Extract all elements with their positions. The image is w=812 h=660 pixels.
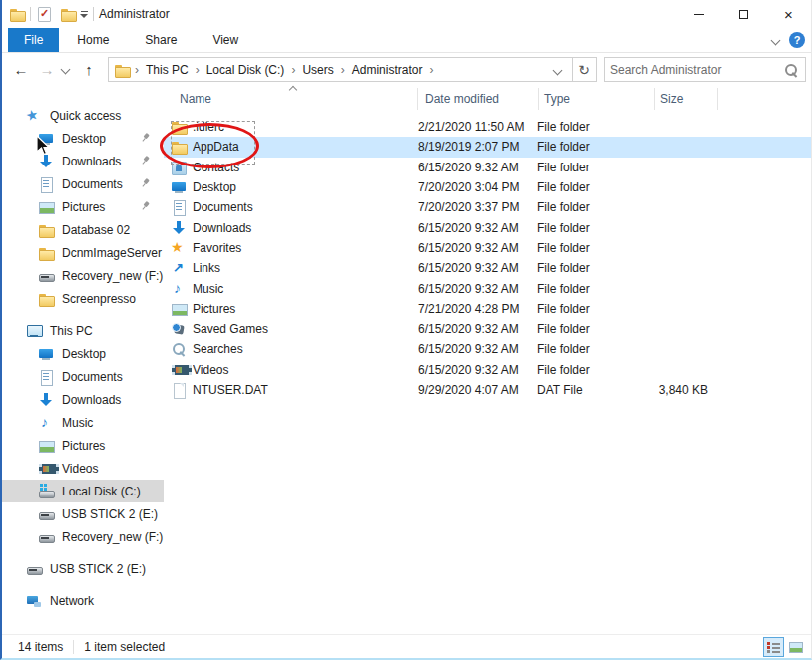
file-type: File folder	[537, 241, 650, 255]
sidebar-item-music[interactable]: Music	[2, 411, 164, 434]
column-header-type[interactable]: Type	[539, 88, 655, 110]
sidebar-item-documents[interactable]: Documents	[2, 172, 164, 195]
pictures-icon	[38, 438, 54, 454]
sidebar-item-local-disk-c[interactable]: Local Disk (C:)	[2, 480, 164, 502]
file-date-modified: 7/21/2020 4:28 PM	[418, 302, 537, 316]
file-name: Desktop	[193, 180, 418, 194]
file-rows: .idlerc 2/21/2020 11:50 AM File folder A…	[164, 117, 811, 400]
forward-button[interactable]: →	[36, 58, 58, 80]
sidebar-item-database-02[interactable]: Database 02	[2, 218, 164, 241]
file-name: Music	[193, 282, 418, 296]
tab-home[interactable]: Home	[59, 28, 127, 52]
file-name: Downloads	[193, 221, 418, 235]
sidebar-item-dcnmimageserver[interactable]: DcnmImageServer	[2, 241, 164, 264]
sidebar-item-pictures[interactable]: Pictures	[2, 195, 164, 218]
minimize-button[interactable]	[676, 0, 721, 28]
file-name: Links	[193, 261, 418, 275]
file-row-contacts[interactable]: Contacts 6/15/2020 9:32 AM File folder	[164, 158, 811, 177]
properties-icon[interactable]	[36, 6, 52, 22]
column-header-date-modified[interactable]: Date modified	[418, 88, 539, 110]
refresh-button[interactable]: ↻	[572, 57, 597, 82]
file-name: Pictures	[193, 302, 418, 316]
pin-icon	[138, 131, 152, 145]
sidebar-item-recovery-new-f[interactable]: Recovery_new (F:)	[2, 525, 164, 548]
file-type: File folder	[537, 180, 650, 194]
file-date-modified: 6/15/2020 9:32 AM	[418, 221, 537, 235]
sidebar-item-downloads[interactable]: Downloads	[2, 388, 164, 411]
titlebar: Administrator ×	[2, 0, 811, 28]
file-row-pictures[interactable]: Pictures 7/21/2020 4:28 PM File folder	[164, 299, 811, 319]
file-row-appdata[interactable]: AppData 8/19/2019 2:07 PM File folder	[164, 137, 811, 157]
up-button[interactable]: ↑	[78, 58, 100, 80]
sidebar-item-videos[interactable]: Videos	[2, 457, 164, 480]
sidebar-item-usb-stick-2-e[interactable]: USB STICK 2 (E:)	[2, 557, 164, 580]
sidebar-item-screenpresso[interactable]: Screenpresso	[2, 287, 164, 310]
sidebar-item-recovery-new-f[interactable]: Recovery_new (F:)	[2, 264, 164, 287]
file-date-modified: 6/15/2020 9:32 AM	[418, 161, 537, 174]
sidebar-item-usb-stick-2-e[interactable]: USB STICK 2 (E:)	[2, 502, 164, 525]
file-type: File folder	[537, 161, 650, 174]
file-row-ntuser-dat[interactable]: NTUSER.DAT 9/29/2020 4:07 AM DAT File 3,…	[164, 380, 811, 400]
breadcrumb-administrator[interactable]: Administrator	[350, 63, 425, 77]
recent-locations-icon[interactable]	[58, 58, 74, 80]
address-bar[interactable]: › This PC › Local Disk (C:) › Users › Ad…	[108, 57, 573, 82]
tab-view[interactable]: View	[195, 28, 256, 52]
file-date-modified: 6/15/2020 9:32 AM	[418, 261, 537, 275]
sidebar-item-network[interactable]: Network	[2, 589, 164, 612]
sidebar-item-quick-access[interactable]: Quick access	[2, 104, 164, 127]
tab-share[interactable]: Share	[127, 28, 195, 52]
customize-quick-access-toolbar-icon[interactable]	[80, 11, 88, 18]
file-row-music[interactable]: Music 6/15/2020 9:32 AM File folder	[164, 278, 811, 298]
folder-icon	[38, 245, 54, 261]
sidebar-item-desktop[interactable]: Desktop	[2, 127, 164, 150]
breadcrumb-local-disk[interactable]: Local Disk (C:)	[204, 63, 287, 77]
search-input[interactable]	[605, 63, 783, 77]
folder-icon	[171, 119, 187, 135]
maximize-button[interactable]	[721, 0, 766, 28]
expand-ribbon-icon[interactable]	[772, 36, 780, 44]
file-row-links[interactable]: Links 6/15/2020 9:32 AM File folder	[164, 258, 811, 278]
column-header-size[interactable]: Size	[655, 88, 718, 110]
breadcrumb-this-pc[interactable]: This PC	[144, 63, 191, 77]
file-row-desktop[interactable]: Desktop 7/20/2020 3:04 PM File folder	[164, 177, 811, 197]
back-button[interactable]: ←	[10, 58, 32, 80]
file-row-searches[interactable]: Searches 6/15/2020 9:32 AM File folder	[164, 339, 811, 359]
details-view-button[interactable]	[763, 637, 784, 657]
file-date-modified: 6/15/2020 9:32 AM	[418, 342, 537, 356]
close-button[interactable]: ×	[766, 0, 811, 28]
address-dropdown-icon[interactable]	[554, 66, 562, 74]
titlebar-divider	[93, 7, 94, 21]
file-row-documents[interactable]: Documents 7/20/2020 3:37 PM File folder	[164, 197, 811, 217]
pin-icon	[138, 154, 152, 167]
file-row-idlerc[interactable]: .idlerc 2/21/2020 11:50 AM File folder	[164, 117, 811, 137]
column-header-name[interactable]: Name	[164, 88, 418, 110]
sidebar-item-this-pc[interactable]: This PC	[2, 319, 164, 342]
file-row-videos[interactable]: Videos 6/15/2020 9:32 AM File folder	[164, 360, 811, 380]
ribbon-tabs: File Home Share View	[2, 28, 811, 53]
tab-file[interactable]: File	[8, 28, 59, 52]
documents-icon	[171, 199, 187, 215]
breadcrumb-users[interactable]: Users	[300, 63, 335, 77]
documents-icon	[38, 176, 54, 192]
new-folder-icon[interactable]	[60, 6, 76, 22]
videos-icon	[171, 362, 187, 378]
help-icon[interactable]: ?	[789, 32, 805, 48]
this-pc-icon	[26, 323, 42, 339]
sidebar-item-documents[interactable]: Documents	[2, 365, 164, 388]
file-type: File folder	[537, 363, 650, 377]
sidebar-item-pictures[interactable]: Pictures	[2, 434, 164, 457]
drive-icon	[26, 561, 42, 577]
file-row-downloads[interactable]: Downloads 6/15/2020 9:32 AM File folder	[164, 217, 811, 237]
sidebar-item-desktop[interactable]: Desktop	[2, 342, 164, 365]
videos-icon	[38, 461, 54, 477]
file-row-favorites[interactable]: Favorites 6/15/2020 9:32 AM File folder	[164, 238, 811, 258]
file-size: 3,840 KB	[650, 383, 708, 397]
file-date-modified: 7/20/2020 3:37 PM	[418, 200, 537, 214]
file-row-saved-games[interactable]: Saved Games 6/15/2020 9:32 AM File folde…	[164, 319, 811, 339]
file-date-modified: 2/21/2020 11:50 AM	[418, 120, 537, 134]
large-icons-view-button[interactable]	[785, 637, 806, 657]
sidebar-item-downloads[interactable]: Downloads	[2, 150, 164, 172]
address-folder-icon	[114, 62, 130, 78]
explorer-window: Administrator × File Home Share View ? ←…	[0, 0, 812, 660]
window-title: Administrator	[99, 7, 170, 21]
